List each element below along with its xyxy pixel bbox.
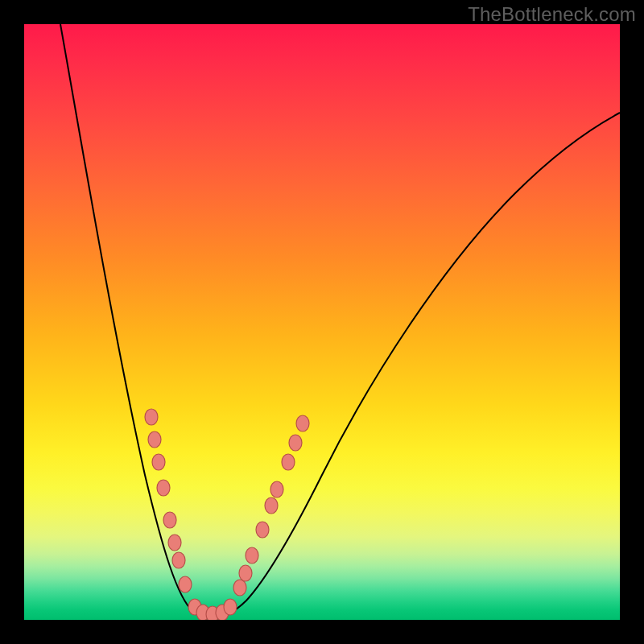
data-marker [270,481,283,497]
data-marker [265,497,278,514]
curve-right-branch [213,113,620,617]
data-marker [157,480,170,496]
data-marker [224,599,237,615]
data-marker [233,580,246,596]
data-marker [172,552,185,568]
marker-group [145,409,309,620]
data-marker [282,454,295,470]
data-marker [179,576,192,592]
data-marker [163,512,176,528]
data-marker [256,522,269,538]
data-marker [239,565,252,581]
curve-svg [24,24,620,620]
data-marker [296,415,309,431]
data-marker [152,454,165,470]
curve-left-branch [60,24,213,617]
data-marker [148,431,161,448]
data-marker [289,435,302,451]
data-marker [145,409,158,425]
watermark-text: TheBottleneck.com [468,3,636,26]
plot-area [24,24,620,620]
chart-frame: TheBottleneck.com [0,0,644,644]
data-marker [246,547,258,564]
data-marker [168,535,181,551]
